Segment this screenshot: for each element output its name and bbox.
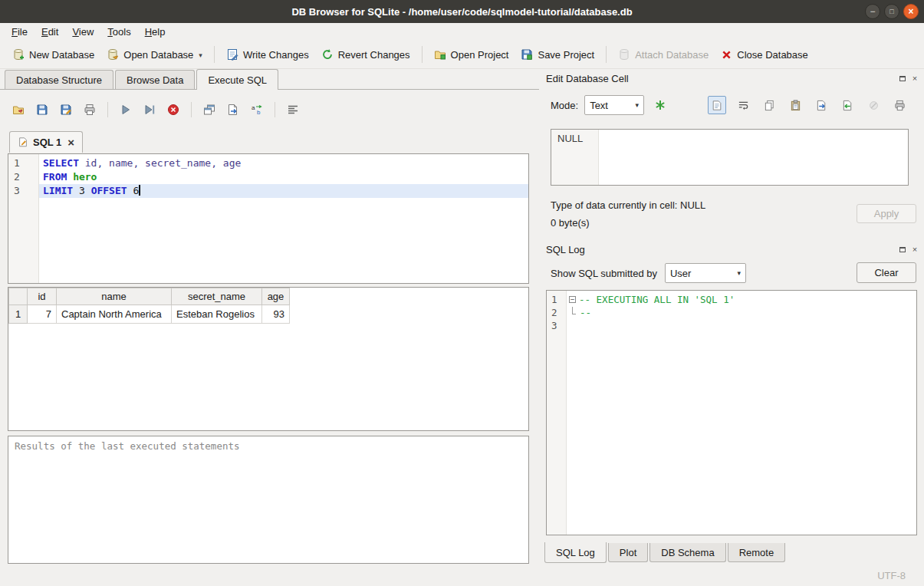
- sql-editor-content[interactable]: SELECT id, name, secret_name, age FROM h…: [39, 154, 528, 283]
- column-header-name[interactable]: name: [57, 288, 172, 305]
- open-database-dropdown-arrow[interactable]: ▾: [199, 51, 202, 61]
- write-changes-label: Write Changes: [243, 49, 309, 61]
- tab-db-schema[interactable]: DB Schema: [649, 543, 725, 562]
- export-sql-button[interactable]: [224, 100, 242, 119]
- menu-file[interactable]: File: [5, 24, 35, 40]
- tab-browse-data[interactable]: Browse Data: [115, 70, 195, 89]
- close-panel-button[interactable]: ×: [910, 74, 919, 83]
- close-panel-button[interactable]: ×: [910, 245, 919, 254]
- open-project-button[interactable]: Open Project: [428, 44, 515, 64]
- format-sql-button[interactable]: [284, 100, 302, 119]
- right-panel: Edit Database Cell × Mode: Text ▾: [539, 69, 924, 565]
- main-tabbar: Database Structure Browse Data Execute S…: [0, 69, 539, 90]
- column-header-age[interactable]: age: [262, 288, 290, 305]
- sql-keyword: LIMIT: [43, 185, 73, 196]
- menu-view[interactable]: View: [65, 24, 100, 40]
- column-header-secret-name[interactable]: secret_name: [172, 288, 262, 305]
- log-comment: --: [580, 306, 591, 319]
- tab-remote[interactable]: Remote: [728, 543, 786, 562]
- cell-age[interactable]: 93: [262, 305, 290, 324]
- import-from-file-button[interactable]: [650, 95, 670, 115]
- tab-sql-log-label: SQL Log: [556, 547, 595, 558]
- save-project-button[interactable]: Save Project: [515, 44, 600, 64]
- tab-execute-sql[interactable]: Execute SQL: [196, 69, 278, 90]
- paste-icon: [790, 100, 801, 111]
- cell-id[interactable]: 7: [28, 305, 57, 324]
- open-new-tab-button[interactable]: [200, 100, 219, 119]
- print-sql-button[interactable]: [81, 100, 99, 119]
- fold-marker-icon[interactable]: −: [569, 296, 576, 303]
- set-null-button: [864, 96, 883, 114]
- attach-database-icon: [618, 48, 630, 61]
- close-database-label: Close Database: [737, 49, 808, 61]
- float-panel-button[interactable]: [898, 74, 907, 83]
- results-message-area[interactable]: Results of the last executed statements: [8, 436, 529, 564]
- clear-log-button[interactable]: Clear: [857, 262, 916, 283]
- save-sql-file-button[interactable]: [33, 100, 51, 119]
- open-sql-file-icon: [12, 104, 25, 116]
- svg-text:b: b: [257, 109, 261, 116]
- new-database-button[interactable]: New Database: [6, 44, 100, 64]
- log-comment: -- EXECUTING ALL IN 'SQL 1': [579, 293, 735, 306]
- write-changes-button[interactable]: Write Changes: [220, 44, 315, 64]
- row-header-corner[interactable]: [9, 288, 28, 305]
- save-sql-file-as-button[interactable]: [57, 100, 75, 119]
- cell-name[interactable]: Captain North America: [57, 305, 172, 324]
- tab-plot[interactable]: Plot: [608, 543, 648, 562]
- row-number-cell[interactable]: 1: [9, 305, 28, 324]
- mode-combobox[interactable]: Text ▾: [584, 95, 644, 115]
- minimize-button[interactable]: −: [865, 4, 880, 19]
- open-database-icon: [107, 48, 119, 61]
- print-cell-button[interactable]: [890, 96, 909, 114]
- sql-toolbar-separator: [275, 102, 275, 117]
- revert-changes-button[interactable]: Revert Changes: [315, 44, 416, 64]
- cell-editor-gutter: NULL: [551, 130, 599, 185]
- edit-cell-header: Edit Database Cell ×: [546, 71, 919, 86]
- find-replace-button[interactable]: ab: [248, 100, 266, 119]
- paste-cell-button[interactable]: [786, 96, 804, 114]
- tab-sql-log[interactable]: SQL Log: [544, 542, 607, 563]
- results-grid-area[interactable]: id name secret_name age 1 7 Captain Nort…: [8, 287, 529, 431]
- sql-log-title: SQL Log: [546, 244, 585, 255]
- tab-remote-label: Remote: [739, 547, 774, 558]
- menu-edit[interactable]: Edit: [35, 24, 65, 40]
- sql-log-editor[interactable]: 1 2 3 − -- EXECUTING ALL IN 'SQL 1' --: [546, 290, 917, 535]
- submitted-by-combobox[interactable]: User ▾: [665, 263, 746, 283]
- execute-all-button[interactable]: [117, 100, 135, 119]
- export-cell-button[interactable]: [812, 96, 830, 114]
- execute-current-line-button[interactable]: [140, 100, 159, 119]
- find-replace-icon: ab: [251, 104, 263, 116]
- close-button[interactable]: ×: [903, 4, 919, 19]
- open-sql-file-button[interactable]: [9, 100, 28, 119]
- table-row: 1 7 Captain North America Esteban Rogeli…: [9, 305, 290, 324]
- sql-log-header: SQL Log ×: [546, 242, 919, 257]
- copy-cell-button[interactable]: [760, 96, 778, 114]
- sql-1-tab-label: SQL 1: [33, 137, 61, 148]
- open-database-button[interactable]: Open Database ▾: [100, 44, 209, 64]
- mode-label: Mode:: [551, 100, 578, 111]
- menu-help[interactable]: Help: [138, 24, 173, 40]
- import-cell-icon: [842, 100, 853, 111]
- cell-editor-content[interactable]: [599, 130, 908, 185]
- maximize-button[interactable]: □: [884, 4, 899, 19]
- word-wrap-icon: [738, 100, 749, 111]
- titlebar[interactable]: DB Browser for SQLite - /home/user/code/…: [0, 0, 924, 23]
- print-icon: [84, 104, 96, 116]
- tab-database-structure[interactable]: Database Structure: [5, 70, 113, 89]
- sql-editor[interactable]: 1 2 3 SELECT id, name, secret_name, age …: [8, 153, 529, 284]
- encoding-indicator[interactable]: UTF-8: [877, 570, 906, 581]
- stop-execution-button[interactable]: [164, 100, 182, 119]
- word-wrap-button[interactable]: [734, 96, 752, 114]
- code-line-3-current: LIMIT 3 OFFSET 6: [39, 184, 528, 198]
- sql-1-tab[interactable]: SQL 1 ×: [9, 131, 83, 153]
- column-header-id[interactable]: id: [28, 288, 57, 305]
- import-cell-button[interactable]: [838, 96, 857, 114]
- float-panel-button[interactable]: [898, 245, 907, 254]
- log-line-1: − -- EXECUTING ALL IN 'SQL 1': [567, 293, 916, 306]
- cell-secret-name[interactable]: Esteban Rogelios: [172, 305, 262, 324]
- sql-1-tab-close-icon[interactable]: ×: [67, 136, 74, 149]
- close-database-button[interactable]: Close Database: [715, 45, 814, 64]
- menu-tools[interactable]: Tools: [100, 24, 137, 40]
- cell-value-editor[interactable]: NULL: [551, 129, 909, 186]
- text-mode-button[interactable]: [708, 96, 726, 114]
